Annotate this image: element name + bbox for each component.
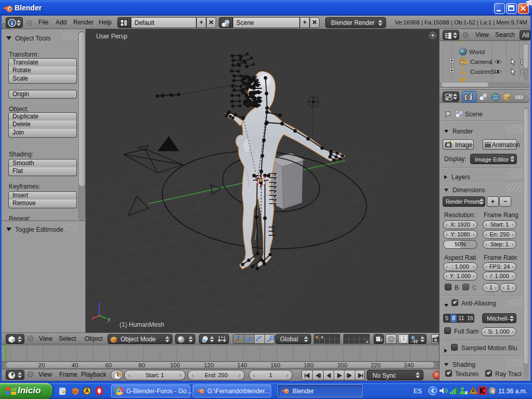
svg-text:i: i [11,20,12,26]
svg-text:y: y [108,316,110,322]
svg-text:(1) HumanMesh: (1) HumanMesh [119,321,164,328]
svg-text:User Persp: User Persp [96,33,127,40]
